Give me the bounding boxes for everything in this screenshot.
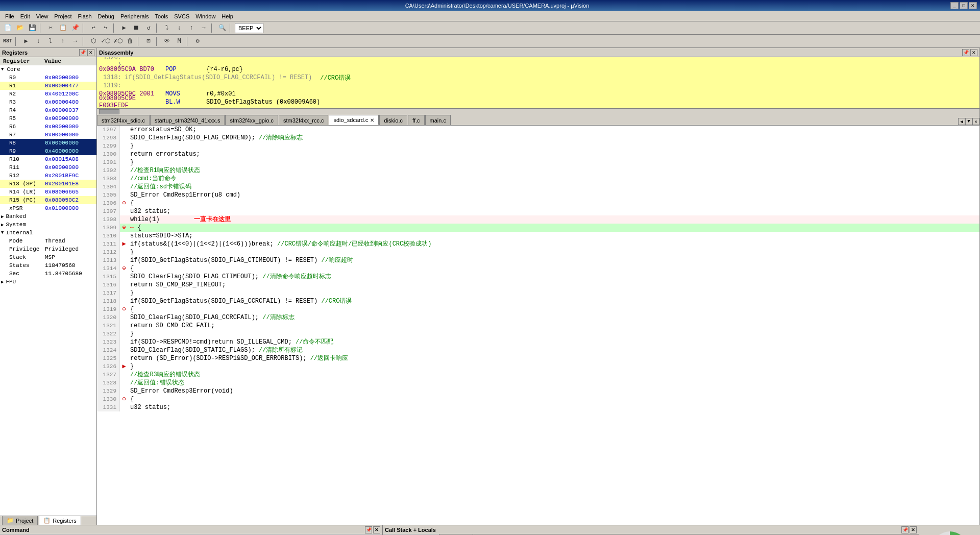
tab-gpio[interactable]: stm32f4xx_gpio.c [225, 115, 278, 125]
step-over-btn2[interactable]: ⤵ [45, 36, 56, 47]
reg-value-r3: 0x00000400 [45, 99, 79, 105]
open-button[interactable]: 📂 [14, 22, 26, 34]
command-controls: 📌 ✕ [365, 526, 380, 533]
tab-rcc[interactable]: stm32f4xx_rcc.c [279, 115, 328, 125]
debug-reset-button[interactable]: ↺ [143, 22, 154, 34]
tabs-scroll-left[interactable]: ◀ [958, 118, 965, 125]
close-button[interactable]: ✕ [969, 2, 977, 9]
registers-pin-btn[interactable]: 📌 [79, 49, 86, 56]
disable-breakpoints-btn[interactable]: ✗⬡ [112, 36, 124, 47]
registers-tab[interactable]: 📋 Registers [39, 516, 81, 525]
disassembly-pin-btn[interactable]: 📌 [962, 49, 969, 56]
redo-button[interactable]: ↪ [100, 22, 111, 34]
system-section[interactable]: ▶ System [0, 221, 96, 229]
internal-expand-icon[interactable]: ▼ [1, 230, 4, 235]
new-button[interactable]: 📄 [2, 22, 13, 34]
menu-help[interactable]: Help [218, 12, 236, 20]
step-out-btn2[interactable]: ↑ [57, 36, 68, 47]
reg-value-r1: 0x00000477 [45, 83, 79, 89]
tab-sdio-sdcard-close[interactable]: ✕ [370, 117, 374, 123]
code-line-1302: 1302 //检查R1响应的错误状态 [97, 166, 979, 175]
banked-expand-icon[interactable]: ▶ [1, 214, 4, 220]
tab-diskio[interactable]: diskio.c [379, 115, 407, 125]
command-pin-btn[interactable]: 📌 [365, 526, 372, 533]
disasm-line-1318: 1318: if(SDIO_GetFlagStatus(SDIO_FLAG_CC… [97, 74, 979, 82]
enable-breakpoints-btn[interactable]: ✓⬡ [100, 36, 111, 47]
menu-tools[interactable]: Tools [152, 12, 172, 20]
command-close-btn[interactable]: ✕ [373, 526, 380, 533]
maximize-button[interactable]: □ [960, 2, 968, 9]
core-expand-icon[interactable]: ▼ [1, 67, 4, 72]
registers-close-btn[interactable]: ✕ [87, 49, 94, 56]
target-select[interactable]: BEEP [235, 23, 263, 33]
window-controls[interactable]: _ □ ✕ [950, 2, 977, 9]
code-line-1297: 1297 errorstatus=SD_OK; [97, 126, 979, 134]
reg-col-value: Value [44, 58, 61, 64]
core-section[interactable]: ▼ Core [0, 65, 96, 74]
menu-window[interactable]: Window [192, 12, 218, 20]
clear-breakpoints-btn[interactable]: 🗑 [125, 36, 136, 47]
performance-btn[interactable]: ⚙ [192, 36, 203, 47]
banked-section[interactable]: ▶ Banked [0, 212, 96, 221]
step-into-button[interactable]: ↓ [174, 22, 185, 34]
menu-view[interactable]: View [33, 12, 52, 20]
runtocursor-btn2[interactable]: → [69, 36, 81, 47]
menu-edit[interactable]: Edit [17, 12, 33, 20]
reg-row-r15: R15 (PC) 0x080050C2 [0, 196, 96, 204]
paste-button[interactable]: 📌 [69, 22, 81, 34]
menu-file[interactable]: File [2, 12, 17, 20]
menu-debug[interactable]: Debug [95, 12, 117, 20]
menu-flash[interactable]: Flash [75, 12, 95, 20]
menu-peripherals[interactable]: Peripherals [117, 12, 152, 20]
tab-sdio-sdcard[interactable]: sdio_sdcard.c ✕ [329, 115, 379, 125]
tab-main[interactable]: main.c [425, 115, 451, 125]
fpu-expand-icon[interactable]: ▶ [1, 279, 4, 285]
run-to-cursor-button[interactable]: → [198, 22, 209, 34]
callstack-close-btn[interactable]: ✕ [910, 526, 917, 533]
copy-button[interactable]: 📋 [57, 22, 68, 34]
tab-ff[interactable]: ff.c [408, 115, 424, 125]
debug-start-button[interactable]: ▶ [118, 22, 130, 34]
menu-svcs[interactable]: SVCS [171, 12, 192, 20]
system-expand-icon[interactable]: ▶ [1, 222, 4, 228]
linenum-1314: 1314 [97, 264, 120, 273]
debug-stop-button[interactable]: ⏹ [131, 22, 142, 34]
fpu-section[interactable]: ▶ FPU [0, 278, 96, 286]
tabs-dropdown[interactable]: ▼ [965, 118, 972, 125]
disasm-op-pop: POP [165, 66, 206, 73]
tab-startup[interactable]: startup_stm32f40_41xxx.s [150, 115, 225, 125]
undo-button[interactable]: ↩ [88, 22, 99, 34]
show-next-statement-btn[interactable]: ⊡ [143, 36, 154, 47]
project-tab[interactable]: 📁 Project [2, 516, 38, 525]
reg-row-r8[interactable]: R8 0x00000000 [0, 139, 96, 147]
code-editor[interactable]: 1297 errorstatus=SD_OK; 1298 SDIO_ClearF… [97, 126, 979, 525]
reset-button[interactable]: RST [2, 36, 13, 47]
toolbar-separator-4 [156, 23, 159, 33]
toggle-breakpoint-btn[interactable]: ⬡ [88, 36, 99, 47]
watch-windows-btn[interactable]: 👁 [161, 36, 173, 47]
marker-1326: ▶ [120, 362, 128, 371]
save-button[interactable]: 💾 [27, 22, 38, 34]
menu-project[interactable]: Project [51, 12, 75, 20]
reg-header: Register Value [0, 57, 96, 65]
internal-priv-name: Privilege [9, 246, 45, 252]
disasm-hscroll-thumb[interactable] [99, 109, 119, 114]
code-line-1311: 1311 ▶ if(status&((1<<0)|(1<<2)|(1<<6)))… [97, 240, 979, 248]
disassembly-close-btn[interactable]: ✕ [970, 49, 977, 56]
memory-windows-btn[interactable]: M [174, 36, 185, 47]
step-over-button[interactable]: ⤵ [161, 22, 173, 34]
reg-row-r9[interactable]: R9 0x40000000 [0, 147, 96, 155]
minimize-button[interactable]: _ [950, 2, 959, 9]
find-button[interactable]: 🔍 [216, 22, 228, 34]
internal-section[interactable]: ▼ Internal [0, 229, 96, 237]
step-btn[interactable]: ↓ [33, 36, 44, 47]
tab-sdio-sdcard-label: sdio_sdcard.c [333, 117, 368, 123]
step-out-button[interactable]: ↑ [186, 22, 197, 34]
tab-stm32f4xx-sdio[interactable]: stm32f4xx_sdio.c [97, 115, 150, 125]
code-line-1298: 1298 SDIO_ClearFlag(SDIO_FLAG_CMDREND); … [97, 134, 979, 142]
disassembly-hscroll[interactable] [97, 108, 979, 114]
run-btn[interactable]: ▶ [20, 36, 32, 47]
cut-button[interactable]: ✂ [45, 22, 56, 34]
callstack-pin-btn[interactable]: 📌 [901, 526, 909, 533]
tabs-close-all[interactable]: ✕ [972, 118, 979, 125]
